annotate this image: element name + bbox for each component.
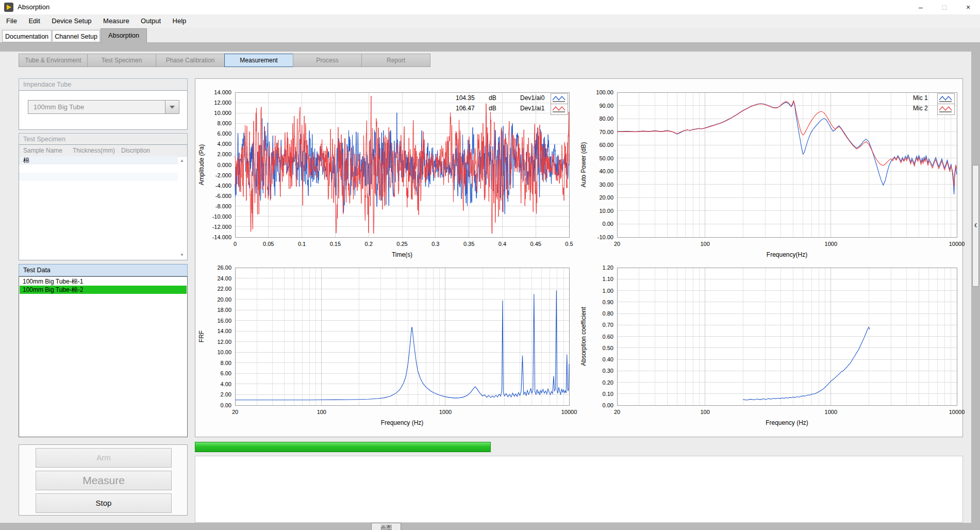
menu-output[interactable]: Output (136, 14, 165, 27)
list-item[interactable]: 100mm Big Tube-棉-1 (20, 277, 187, 286)
tab-channel-setup[interactable]: Channel Setup (52, 30, 100, 42)
measurement-progress-bar (195, 442, 491, 452)
table-row[interactable]: 棉 (19, 156, 178, 164)
svg-text:0: 0 (234, 241, 237, 247)
subtab-test-specimen[interactable]: Test Specimen (87, 54, 156, 67)
svg-text:8.00: 8.00 (221, 360, 231, 366)
subtab-process[interactable]: Process (293, 54, 362, 67)
chevron-down-icon[interactable] (165, 101, 179, 113)
svg-text:8.000: 8.000 (217, 120, 231, 126)
waveform-icon (551, 93, 568, 105)
scroll-down-icon[interactable]: ▼ (180, 253, 184, 257)
subtab-report[interactable]: Report (361, 54, 430, 67)
svg-text:14.00: 14.00 (217, 328, 231, 334)
svg-text:10000: 10000 (949, 409, 965, 415)
scroll-up-icon[interactable]: ▲ (180, 158, 184, 163)
svg-text:18.00: 18.00 (217, 307, 231, 313)
svg-text:0.00: 0.00 (221, 402, 231, 408)
svg-text:-2.000: -2.000 (215, 172, 231, 178)
svg-text:0.05: 0.05 (263, 241, 274, 247)
minimize-button[interactable]: – (909, 0, 933, 14)
svg-text:50.00: 50.00 (599, 155, 613, 161)
subtab-tube-environment[interactable]: Tube & Environment (19, 54, 88, 67)
window-title: Absorption (18, 0, 49, 14)
menu-device-setup[interactable]: Device Setup (47, 14, 96, 27)
subtab-phase-calibration[interactable]: Phase Calibration (156, 54, 225, 67)
svg-text:0.5: 0.5 (565, 241, 573, 247)
legend-mic1: Mic 1 (913, 94, 928, 102)
svg-text:10000: 10000 (949, 241, 965, 247)
test-specimen-table[interactable]: Sample Name Thickness(mm) Discription 棉 … (19, 144, 188, 260)
svg-text:-4.000: -4.000 (215, 183, 231, 189)
svg-text:2.000: 2.000 (217, 151, 231, 157)
plot-bottom-tab[interactable]: 画图 (371, 523, 401, 530)
svg-text:-6.000: -6.000 (215, 193, 231, 199)
svg-text:60.00: 60.00 (599, 142, 613, 148)
arm-button[interactable]: Arm (36, 448, 172, 468)
svg-text:0.80: 0.80 (603, 310, 613, 317)
waveform-icon (937, 104, 955, 115)
title-bar: Absorption – □ × (0, 0, 980, 15)
list-item-selected[interactable]: 100mm Big Tube-棉-2 (20, 286, 187, 294)
svg-text:26.00: 26.00 (217, 264, 231, 271)
test-data-list[interactable]: 100mm Big Tube-棉-1 100mm Big Tube-棉-2 (19, 276, 188, 437)
waveform-icon (551, 104, 568, 115)
time-waveform-chart: 104.35 dB Dev1/ai0 106.47 dB Dev1/ai1 14… (235, 92, 569, 237)
column-sample-name[interactable]: Sample Name (23, 145, 62, 156)
svg-text:Frequency (Hz): Frequency (Hz) (766, 419, 808, 426)
svg-text:0.00: 0.00 (603, 402, 613, 408)
table-row[interactable] (19, 173, 178, 181)
svg-text:1.20: 1.20 (603, 264, 613, 271)
svg-text:0.20: 0.20 (603, 379, 613, 386)
svg-text:20: 20 (614, 409, 620, 415)
svg-text:10.00: 10.00 (599, 208, 613, 214)
level-readout-ai0: 104.35 (456, 94, 475, 102)
svg-text:2.00: 2.00 (221, 391, 231, 397)
waveform-icon (937, 93, 955, 105)
svg-text:100.00: 100.00 (596, 89, 613, 95)
channel-label-ai1: Dev1/ai1 (520, 105, 544, 112)
svg-text:-10.00: -10.00 (597, 234, 613, 240)
column-thickness[interactable]: Thickness(mm) (73, 145, 115, 156)
svg-text:0.50: 0.50 (603, 345, 613, 351)
svg-text:0.70: 0.70 (603, 322, 613, 328)
tab-absorption[interactable]: Absorption (101, 28, 147, 43)
svg-text:0.4: 0.4 (499, 241, 506, 247)
svg-text:4.00: 4.00 (221, 381, 231, 387)
svg-text:6.000: 6.000 (217, 130, 231, 137)
svg-text:4.000: 4.000 (217, 141, 231, 147)
svg-text:16.00: 16.00 (217, 318, 231, 324)
tab-page-band (0, 42, 980, 52)
svg-text:Auto Power (dB): Auto Power (dB) (580, 142, 587, 187)
maximize-button[interactable]: □ (933, 0, 956, 14)
svg-text:6.00: 6.00 (221, 370, 231, 376)
menu-edit[interactable]: Edit (24, 14, 44, 27)
svg-text:0.2: 0.2 (365, 241, 373, 247)
svg-text:0.1: 0.1 (298, 241, 306, 247)
table-row[interactable] (19, 181, 178, 189)
absorption-coefficient-chart: 1.201.101.000.900.800.700.600.500.400.30… (617, 268, 957, 405)
tab-documentation[interactable]: Documentation (2, 30, 52, 42)
menu-measure[interactable]: Measure (98, 14, 134, 27)
impedance-tube-dropdown[interactable]: 100mm Big Tube (28, 100, 179, 114)
app-icon (4, 3, 13, 12)
measure-button[interactable]: Measure (36, 471, 172, 490)
lower-panel (195, 456, 963, 523)
menu-file[interactable]: File (0, 14, 22, 27)
svg-text:1000: 1000 (825, 241, 837, 247)
svg-text:0.000: 0.000 (217, 162, 231, 168)
svg-text:0.45: 0.45 (530, 241, 541, 247)
close-button[interactable]: × (956, 0, 980, 14)
svg-text:0.30: 0.30 (603, 368, 613, 374)
legend-mic2: Mic 2 (913, 105, 928, 112)
column-discription[interactable]: Discription (121, 145, 150, 156)
svg-text:FRF: FRF (198, 330, 205, 342)
svg-text:100: 100 (317, 409, 326, 415)
panel-splitter-handle[interactable]: ❮ (972, 165, 979, 287)
stop-button[interactable]: Stop (36, 493, 172, 513)
table-row[interactable] (19, 164, 178, 173)
svg-text:20: 20 (614, 241, 620, 247)
menu-help[interactable]: Help (168, 14, 191, 27)
subtab-measurement[interactable]: Measurement (224, 54, 293, 67)
svg-text:0.15: 0.15 (330, 241, 341, 247)
